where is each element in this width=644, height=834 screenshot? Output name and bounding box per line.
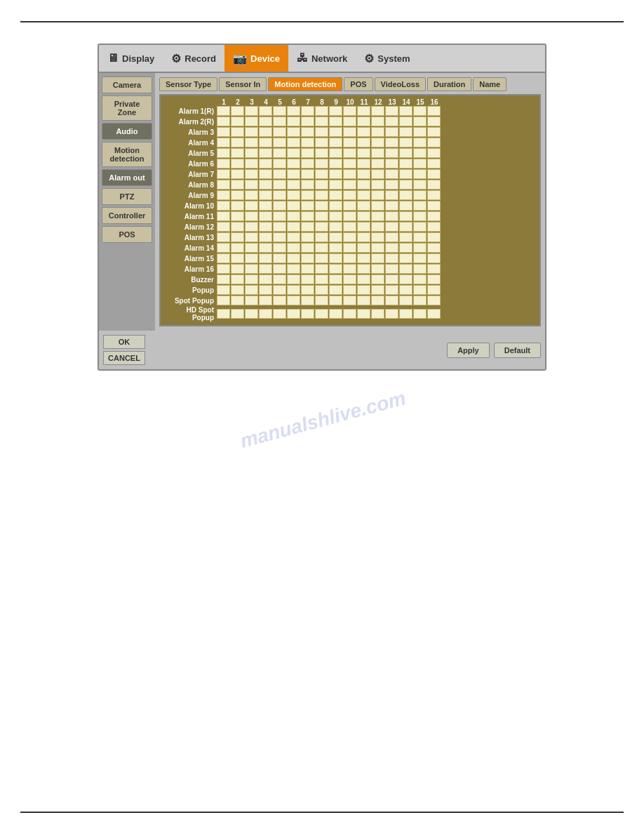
cell-r20-c11[interactable] [357,309,370,319]
cell-r20-c12[interactable] [371,309,384,319]
cell-r20-c9[interactable] [329,309,342,319]
nav-system[interactable]: ⚙ System [356,45,418,72]
cell-r14-c15[interactable] [413,243,427,253]
cell-r2-c13[interactable] [385,117,398,126]
cell-r9-c2[interactable] [231,190,244,200]
cell-r5-c4[interactable] [259,148,272,158]
cell-r18-c5[interactable] [273,285,286,295]
cell-r3-c9[interactable] [329,127,342,137]
cell-r15-c11[interactable] [357,253,370,263]
cell-r2-c3[interactable] [245,117,258,126]
cell-r5-c15[interactable] [413,148,427,158]
cell-r10-c14[interactable] [399,201,412,211]
cell-r1-c15[interactable] [413,106,427,116]
cell-r1-c1[interactable] [217,106,230,116]
cell-r6-c2[interactable] [231,159,244,168]
cell-r8-c13[interactable] [385,180,398,190]
tab-pos[interactable]: POS [344,77,373,91]
cell-r12-c7[interactable] [301,222,314,232]
cell-r14-c10[interactable] [343,243,356,253]
cell-r5-c5[interactable] [273,148,286,158]
cell-r6-c12[interactable] [371,159,384,168]
cell-r14-c9[interactable] [329,243,342,253]
cell-r4-c5[interactable] [273,138,286,147]
cell-r18-c13[interactable] [385,285,398,295]
tab-name[interactable]: Name [473,77,507,91]
cell-r13-c10[interactable] [343,232,356,242]
cell-r6-c13[interactable] [385,159,398,168]
cell-r16-c9[interactable] [329,264,342,274]
cell-r8-c15[interactable] [413,180,427,190]
cell-r10-c3[interactable] [245,201,258,211]
cell-r8-c3[interactable] [245,180,258,190]
cell-r13-c11[interactable] [357,232,370,242]
cell-r4-c12[interactable] [371,138,384,147]
cell-r6-c6[interactable] [287,159,300,168]
cell-r4-c1[interactable] [217,138,230,147]
cell-r4-c4[interactable] [259,138,272,147]
cell-r5-c7[interactable] [301,148,314,158]
cell-r15-c13[interactable] [385,253,398,263]
cell-r20-c14[interactable] [399,309,412,319]
cell-r13-c2[interactable] [231,232,244,242]
cell-r20-c5[interactable] [273,309,286,319]
cell-r2-c16[interactable] [427,117,441,126]
cell-r16-c2[interactable] [231,264,244,274]
default-button[interactable]: Default [494,343,541,358]
cell-r1-c13[interactable] [385,106,398,116]
cell-r7-c13[interactable] [385,169,398,179]
cell-r11-c3[interactable] [245,211,258,221]
cell-r16-c5[interactable] [273,264,286,274]
cell-r19-c8[interactable] [315,296,328,305]
cell-r8-c14[interactable] [399,180,412,190]
cell-r17-c7[interactable] [301,274,314,284]
cell-r14-c7[interactable] [301,243,314,253]
sidebar-audio[interactable]: Audio [102,123,152,140]
cell-r5-c16[interactable] [427,148,441,158]
sidebar-private-zone[interactable]: Private Zone [102,95,152,121]
tab-motion-detection[interactable]: Motion detection [268,77,342,91]
cell-r9-c10[interactable] [343,190,356,200]
cell-r5-c11[interactable] [357,148,370,158]
cell-r4-c11[interactable] [357,138,370,147]
cell-r12-c8[interactable] [315,222,328,232]
cell-r3-c4[interactable] [259,127,272,137]
cell-r14-c5[interactable] [273,243,286,253]
cell-r10-c12[interactable] [371,201,384,211]
cell-r7-c7[interactable] [301,169,314,179]
cell-r5-c6[interactable] [287,148,300,158]
cell-r15-c6[interactable] [287,253,300,263]
cell-r6-c10[interactable] [343,159,356,168]
cell-r15-c4[interactable] [259,253,272,263]
cell-r9-c9[interactable] [329,190,342,200]
cell-r7-c1[interactable] [217,169,230,179]
cell-r6-c16[interactable] [427,159,441,168]
cell-r20-c6[interactable] [287,309,300,319]
cell-r13-c7[interactable] [301,232,314,242]
cell-r18-c6[interactable] [287,285,300,295]
cell-r2-c8[interactable] [315,117,328,126]
tab-videoloss[interactable]: VideoLoss [375,77,426,91]
cell-r18-c15[interactable] [413,285,427,295]
nav-network[interactable]: 🖧 Network [288,45,356,72]
nav-device[interactable]: 📷 Device [224,45,288,72]
cell-r19-c3[interactable] [245,296,258,305]
cell-r2-c5[interactable] [273,117,286,126]
cell-r2-c11[interactable] [357,117,370,126]
cell-r11-c5[interactable] [273,211,286,221]
cell-r10-c4[interactable] [259,201,272,211]
cell-r13-c6[interactable] [287,232,300,242]
cell-r15-c10[interactable] [343,253,356,263]
cell-r20-c3[interactable] [245,309,258,319]
cell-r13-c15[interactable] [413,232,427,242]
cell-r11-c9[interactable] [329,211,342,221]
cell-r19-c6[interactable] [287,296,300,305]
cell-r16-c16[interactable] [427,264,441,274]
cell-r2-c12[interactable] [371,117,384,126]
cell-r9-c8[interactable] [315,190,328,200]
cell-r18-c16[interactable] [427,285,441,295]
nav-display[interactable]: 🖥 Display [99,45,163,72]
cell-r1-c5[interactable] [273,106,286,116]
cell-r19-c11[interactable] [357,296,370,305]
cell-r5-c10[interactable] [343,148,356,158]
